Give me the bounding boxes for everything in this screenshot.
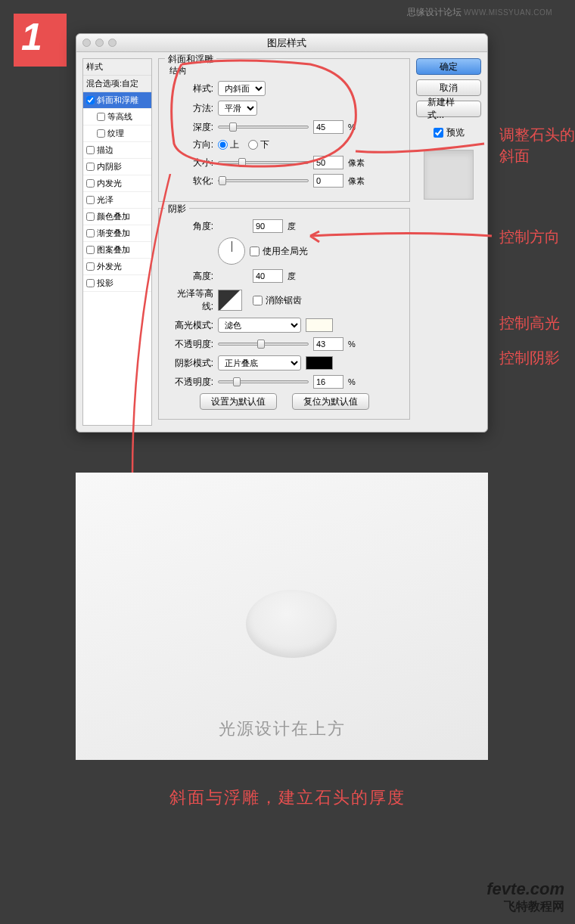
antialias-checkbox[interactable]: 消除锯齿 (253, 294, 302, 307)
dialog-title: 图层样式 (117, 36, 457, 50)
angle-dial[interactable] (218, 237, 245, 265)
preview-swatch (424, 150, 474, 200)
style-label: 投影 (97, 278, 113, 289)
depth-slider[interactable] (218, 126, 309, 129)
style-item-pattern-overlay[interactable]: 图案叠加 (83, 242, 151, 259)
style-label: 斜面和浮雕 (97, 95, 138, 106)
ok-button[interactable]: 确定 (416, 58, 481, 75)
shadow-opacity-input[interactable] (313, 375, 343, 389)
style-item-inner-shadow[interactable]: 内阴影 (83, 159, 151, 175)
style-item-color-overlay[interactable]: 颜色叠加 (83, 209, 151, 225)
preview-checkbox[interactable]: 预览 (416, 126, 481, 139)
global-light-checkbox[interactable]: 使用全局光 (250, 245, 308, 258)
footer-domain: fevte.com (486, 879, 564, 899)
soften-slider[interactable] (218, 179, 309, 182)
technique-label: 方法: (166, 102, 213, 115)
style-label: 纹理 (107, 128, 124, 139)
size-label: 大小: (166, 157, 213, 169)
soften-unit: 像素 (348, 175, 365, 187)
footer-sitename: 飞特教程网 (486, 899, 564, 915)
zoom-dot[interactable] (108, 39, 117, 47)
direction-label: 方向: (166, 138, 213, 151)
outer-glow-checkbox[interactable] (86, 262, 95, 271)
inner-glow-checkbox[interactable] (86, 179, 95, 188)
direction-down-radio[interactable]: 下 (248, 138, 269, 151)
shadow-opacity-unit: % (348, 377, 356, 386)
settings-panel: 斜面和浮雕 结构 样式: 内斜面 方法: 平滑 深度: % 方向: (158, 58, 410, 426)
inner-shadow-checkbox[interactable] (86, 163, 95, 171)
angle-input[interactable] (253, 219, 283, 233)
watermark-name: 思缘设计论坛 (407, 7, 462, 17)
drop-shadow-checkbox[interactable] (86, 279, 95, 287)
window-controls (82, 39, 117, 47)
satin-checkbox[interactable] (86, 196, 95, 204)
style-item-outer-glow[interactable]: 外发光 (83, 259, 151, 275)
gloss-contour-picker[interactable] (218, 290, 242, 311)
make-default-button[interactable]: 设置为默认值 (200, 393, 277, 410)
annotation-text-1: 调整石头的斜面 (499, 124, 575, 166)
direction-up-radio[interactable]: 上 (218, 138, 239, 151)
shadow-opacity-slider[interactable] (218, 380, 309, 383)
footer-logo: fevte.com 飞特教程网 (486, 879, 564, 915)
annotation-text-2: 控制方向 (499, 227, 560, 247)
style-select[interactable]: 内斜面 (218, 81, 266, 96)
style-label: 图案叠加 (97, 244, 130, 256)
shadow-mode-select[interactable]: 正片叠底 (218, 355, 301, 371)
stroke-checkbox[interactable] (86, 146, 95, 154)
shading-legend: 阴影 (165, 203, 189, 215)
texture-checkbox[interactable] (97, 129, 105, 138)
highlight-opacity-slider[interactable] (218, 343, 309, 346)
style-item-contour[interactable]: 等高线 (83, 109, 151, 126)
size-input[interactable] (313, 156, 343, 169)
styles-header[interactable]: 样式 (83, 59, 151, 76)
technique-select[interactable]: 平滑 (218, 101, 257, 116)
soften-input[interactable] (313, 174, 343, 188)
shadow-mode-label: 阴影模式: (166, 357, 213, 370)
style-item-texture[interactable]: 纹理 (83, 126, 151, 142)
style-label: 颜色叠加 (97, 211, 130, 222)
blend-options-item[interactable]: 混合选项:自定 (83, 76, 151, 92)
dialog-titlebar[interactable]: 图层样式 (76, 34, 487, 52)
dialog-right-column: 确定 取消 新建样式... 预览 (416, 58, 481, 426)
style-label: 光泽 (97, 194, 113, 206)
color-overlay-checkbox[interactable] (86, 212, 95, 221)
highlight-color-swatch[interactable] (306, 318, 333, 332)
angle-unit: 度 (288, 221, 296, 232)
minimize-dot[interactable] (95, 39, 104, 47)
structure-label: 结构 (169, 65, 402, 76)
gradient-overlay-checkbox[interactable] (86, 229, 95, 237)
style-label: 内发光 (97, 178, 122, 189)
cancel-button[interactable]: 取消 (416, 79, 481, 96)
bevel-legend: 斜面和浮雕 (165, 53, 216, 66)
reset-default-button[interactable]: 复位为默认值 (292, 393, 369, 410)
style-item-gradient-overlay[interactable]: 渐变叠加 (83, 225, 151, 242)
size-slider[interactable] (218, 161, 309, 164)
depth-unit: % (348, 122, 356, 132)
step-number-badge: 1 (14, 14, 67, 67)
shadow-opacity-label: 不透明度: (166, 376, 213, 389)
style-item-inner-glow[interactable]: 内发光 (83, 175, 151, 192)
contour-checkbox[interactable] (97, 113, 105, 121)
highlight-mode-label: 高光模式: (166, 319, 213, 332)
style-item-stroke[interactable]: 描边 (83, 142, 151, 159)
depth-input[interactable] (313, 120, 343, 134)
altitude-label: 高度: (166, 270, 213, 283)
style-item-drop-shadow[interactable]: 投影 (83, 275, 151, 292)
bevel-checkbox[interactable] (86, 96, 95, 104)
watermark-top: 思缘设计论坛 WWW.MISSYUAN.COM (407, 6, 552, 19)
new-style-button[interactable]: 新建样式... (416, 101, 481, 117)
shadow-color-swatch[interactable] (306, 356, 333, 370)
annotation-text-3: 控制高光 (499, 313, 560, 333)
layer-style-dialog: 图层样式 样式 混合选项:自定 斜面和浮雕 等高线 纹理 描边 内阴影 内发光 … (76, 33, 488, 433)
altitude-input[interactable] (253, 269, 283, 283)
style-label: 外发光 (97, 261, 122, 272)
pattern-overlay-checkbox[interactable] (86, 246, 95, 254)
style-item-satin[interactable]: 光泽 (83, 192, 151, 209)
highlight-opacity-input[interactable] (313, 337, 343, 351)
style-label: 渐变叠加 (97, 228, 130, 239)
style-label: 等高线 (107, 111, 132, 122)
bevel-fieldset: 斜面和浮雕 结构 样式: 内斜面 方法: 平滑 深度: % 方向: (158, 58, 410, 202)
highlight-mode-select[interactable]: 滤色 (218, 318, 301, 333)
style-item-bevel[interactable]: 斜面和浮雕 (83, 92, 151, 109)
close-dot[interactable] (82, 39, 91, 47)
